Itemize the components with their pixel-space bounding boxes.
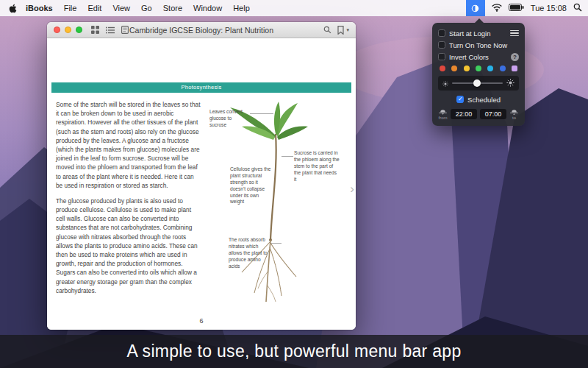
color-swatch[interactable] (512, 66, 517, 71)
start-at-login-label: Start at Login (449, 29, 491, 38)
next-page-chevron[interactable]: › (350, 183, 354, 195)
paragraph: Some of the starch will be stored in the… (56, 100, 201, 190)
ibooks-window: Cambridge IGCSE Biology: Plant Nutrition… (47, 22, 356, 330)
app-menu-ibooks[interactable]: iBooks (26, 4, 53, 13)
traffic-lights (54, 26, 82, 33)
wifi-icon[interactable] (492, 4, 502, 13)
menu-view[interactable]: View (112, 4, 130, 13)
sun-small-icon (442, 77, 448, 90)
slider-track[interactable] (452, 82, 503, 84)
brightness-slider[interactable] (438, 76, 519, 91)
sunrise-icon: to (509, 108, 519, 120)
bookmark-icon[interactable] (337, 26, 344, 35)
color-swatch[interactable] (487, 66, 493, 71)
zoom-button[interactable] (76, 26, 82, 33)
color-swatches (438, 63, 519, 76)
menu-file[interactable]: File (64, 4, 77, 13)
window-title: Cambridge IGCSE Biology: Plant Nutrition (129, 26, 273, 35)
menu-window[interactable]: Window (193, 4, 222, 13)
color-swatch[interactable] (476, 66, 481, 71)
scheduled-row[interactable]: Scheduled (438, 93, 519, 106)
scheduled-checkbox[interactable] (456, 96, 464, 103)
marketing-banner: A simple to use, but powerful menu bar a… (0, 335, 588, 368)
callout-roots: The roots absorb nitrates which allows t… (229, 237, 270, 269)
menu-help[interactable]: Help (233, 4, 250, 13)
invert-colors-label: Invert Colors (449, 53, 489, 61)
bookmark-chevron-icon[interactable]: ▾ (346, 27, 349, 33)
menu-edit[interactable]: Edit (87, 4, 101, 13)
callout-leaves: Leaves convert glucose to sucrose (209, 109, 249, 129)
from-label: from (439, 116, 448, 120)
sunset-icon: from (438, 108, 448, 120)
menubar-clock[interactable]: Tue 15:08 (531, 4, 567, 13)
plant-illustration (205, 102, 348, 316)
start-at-login-row[interactable]: Start at Login (438, 27, 519, 39)
color-swatch[interactable] (440, 66, 445, 71)
menubar-app-popover: Start at Login Turn On Tone Now Invert C… (432, 23, 525, 126)
help-button[interactable]: ? (511, 53, 519, 61)
minimize-button[interactable] (65, 26, 71, 33)
search-icon[interactable] (323, 26, 331, 34)
menu-go[interactable]: Go (141, 4, 152, 13)
start-at-login-checkbox[interactable] (438, 29, 445, 37)
body-text: Some of the starch will be stored in the… (56, 100, 201, 295)
callout-line (271, 243, 282, 244)
callout-line (250, 113, 273, 114)
menubar-app-icon[interactable] (466, 0, 485, 16)
callout-cellulose: Cellulose gives the plant structural str… (230, 166, 274, 205)
toc-icon[interactable] (106, 26, 115, 34)
notes-icon[interactable] (121, 26, 129, 34)
turn-on-tone-label: Turn On Tone Now (449, 41, 507, 49)
turn-on-tone-checkbox[interactable] (438, 41, 445, 49)
menu-bar: iBooks File Edit View Go Store Window He… (0, 0, 588, 16)
menu-icon[interactable] (510, 29, 519, 38)
callout-line (282, 156, 293, 157)
menu-store[interactable]: Store (163, 4, 182, 13)
to-label: to (512, 116, 516, 120)
callout-sucrose: Sucrose is carried in the phloem along t… (294, 150, 340, 183)
spotlight-icon[interactable] (573, 3, 582, 13)
banner-text: A simple to use, but powerful menu bar a… (127, 342, 462, 361)
color-swatch[interactable] (500, 66, 506, 71)
library-icon[interactable] (91, 26, 99, 34)
color-swatch[interactable] (451, 66, 457, 71)
to-time-field[interactable]: 07:00 (480, 109, 507, 119)
invert-colors-checkbox[interactable] (438, 53, 445, 60)
desktop: iBooks File Edit View Go Store Window He… (0, 0, 588, 368)
from-time-field[interactable]: 22:00 (451, 109, 478, 119)
schedule-times: from 22:00 07:00 to (438, 106, 519, 120)
slider-thumb[interactable] (473, 79, 481, 87)
apple-menu-icon[interactable] (9, 4, 17, 13)
battery-icon[interactable] (509, 4, 524, 13)
paragraph: The glucose produced by plants is also u… (56, 197, 201, 295)
book-page: Photosynthesis Some of the starch will b… (47, 38, 356, 330)
scheduled-label: Scheduled (467, 96, 501, 104)
chapter-header: Photosynthesis (51, 82, 351, 93)
color-swatch[interactable] (464, 66, 470, 71)
page-number: 6 (47, 317, 356, 325)
close-button[interactable] (54, 26, 60, 33)
turn-on-tone-row[interactable]: Turn On Tone Now (438, 39, 519, 51)
invert-colors-row[interactable]: Invert Colors ? (438, 51, 519, 63)
window-titlebar: Cambridge IGCSE Biology: Plant Nutrition… (47, 22, 356, 38)
sun-big-icon (506, 77, 514, 90)
